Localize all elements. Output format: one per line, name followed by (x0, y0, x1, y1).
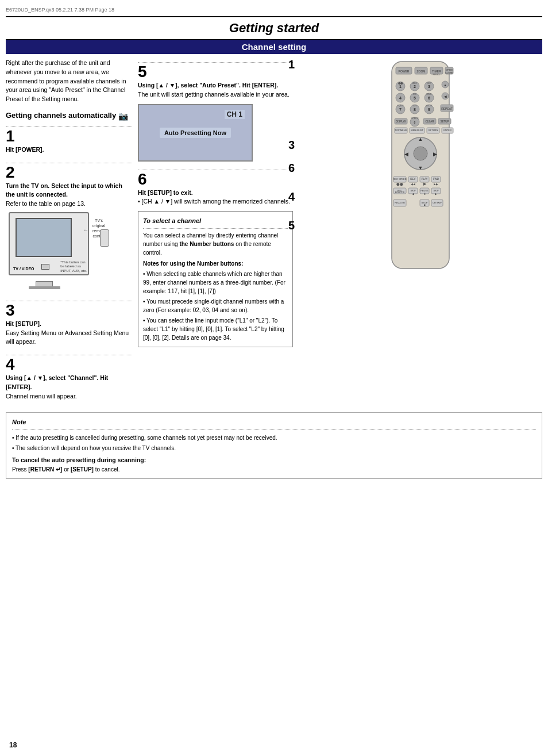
svg-text:▼: ▼ (418, 165, 423, 171)
channel-note-3: • You can select the line input mode ("L… (143, 316, 288, 342)
svg-text:5: 5 (414, 96, 416, 100)
select-text-bold: the Number buttons (179, 241, 234, 247)
svg-text:6: 6 (428, 96, 430, 100)
step-2-normal: Refer to the table on page 13. (6, 200, 86, 207)
svg-text:▶: ▶ (435, 192, 437, 195)
svg-text:REC/OTR: REC/OTR (395, 201, 405, 204)
side-step-1: 1 (288, 59, 295, 70)
step-4-divider (6, 355, 132, 355)
svg-text:TOP MENU: TOP MENU (395, 129, 407, 132)
svg-text:■: ■ (423, 203, 425, 206)
svg-text:ABC: ABC (412, 82, 417, 85)
step-5-normal: The unit will start getting channels ava… (138, 91, 290, 98)
page: E6720UD_ENSP.qx3 05.2.21 7:38 PM Page 18… (0, 0, 548, 756)
step-5-divider (138, 62, 293, 63)
cancel-text: Press [RETURN ↵] or [SETUP] to cancel. (12, 465, 536, 474)
tv-diagram-wrapper: TV / VIDEO *This button canbe labeled as… (6, 212, 109, 293)
note-box: Note • If the auto presetting is cancell… (6, 412, 542, 478)
col-right: 1 3 6 4 5 POWER ZOOM TIMER PROG. (299, 59, 542, 405)
step-2-desc: Turn the TV on. Select the input to whic… (6, 182, 132, 209)
note-title: Note (12, 417, 536, 427)
step-2-divider (6, 163, 132, 163)
notes-title: Notes for using the Number buttons: (143, 259, 288, 268)
svg-text:◀: ◀ (404, 151, 408, 157)
svg-text:◀◀: ◀◀ (411, 182, 415, 186)
tv-button (41, 264, 49, 270)
svg-text:◀: ◀ (412, 192, 414, 195)
svg-text:9: 9 (428, 108, 430, 112)
step-1-divider (6, 126, 132, 127)
svg-text:SETUP: SETUP (440, 120, 449, 123)
svg-text:PQRS: PQRS (397, 104, 404, 107)
svg-text:MENU/LIST: MENU/LIST (411, 129, 423, 132)
step-3: 3 Hit [SETUP]. Easy Setting Menu or Adva… (6, 297, 132, 347)
step-1-desc: Hit [POWER]. (6, 145, 132, 155)
step-6-divider (138, 170, 293, 170)
svg-text:▶▶: ▶▶ (434, 182, 438, 186)
step-4-desc: Using [▲ / ▼], select "Channel". Hit [EN… (6, 374, 132, 401)
svg-text:⏸: ⏸ (423, 192, 426, 195)
svg-text:CLEAR: CLEAR (425, 120, 434, 123)
side-step-5: 5 (288, 220, 295, 231)
channel-screen: CH 1 Auto Presetting Now (138, 104, 253, 162)
svg-text:7: 7 (399, 108, 402, 112)
col-left: Right after the purchase of the unit and… (6, 59, 132, 405)
svg-text:1: 1 (399, 85, 402, 89)
svg-text:3: 3 (428, 85, 430, 89)
svg-text:POWER: POWER (399, 70, 410, 73)
main-title: Getting started (6, 16, 542, 40)
getting-channels-heading: Getting channels automatically 📷 (6, 111, 132, 121)
step-3-divider (6, 301, 132, 301)
svg-text:FWD: FWD (433, 178, 439, 181)
svg-text:DISPLAY: DISPLAY (396, 120, 407, 123)
tv-video-label: TV / VIDEO (13, 267, 34, 271)
step-2: 2 Turn the TV on. Select the input to wh… (6, 159, 132, 293)
svg-text:CLOSE: CLOSE (445, 71, 453, 74)
svg-text:MNO: MNO (426, 93, 431, 95)
svg-text:PROG.: PROG. (433, 73, 441, 76)
section-header: Channel setting (6, 40, 542, 54)
svg-text:TUV: TUV (412, 104, 417, 107)
svg-text:◀: ◀ (444, 95, 447, 98)
step-2-bold: Turn the TV on. Select the input to whic… (6, 182, 122, 198)
step-3-normal: Easy Setting Menu or Advanced Setting Me… (6, 329, 129, 346)
page-number: 18 (9, 741, 17, 749)
svg-text:WXYZ: WXYZ (426, 104, 433, 107)
tv-outer: TV / VIDEO *This button canbe labeled as… (9, 212, 89, 275)
svg-text:PLAY: PLAY (421, 178, 427, 181)
remote-graphic-area: 1 3 6 4 5 POWER ZOOM TIMER PROG. (299, 59, 542, 277)
intro-text: Right after the purchase of the unit and… (6, 59, 132, 104)
step-3-desc: Hit [SETUP]. Easy Setting Menu or Advanc… (6, 320, 132, 347)
side-step-3: 3 (288, 139, 295, 151)
svg-text:CH SKIP: CH SKIP (433, 201, 442, 204)
step-4-bold: Using [▲ / ▼], select "Channel". Hit [EN… (6, 374, 108, 390)
svg-text:REPEAT: REPEAT (441, 107, 453, 110)
svg-text:ENTER: ENTER (443, 129, 451, 132)
col-middle: 5 Using [▲ / ▼], select "Auto Preset". H… (138, 59, 293, 405)
step-4-normal: Channel menu will appear. (6, 393, 77, 400)
step-1: 1 Hit [POWER]. (6, 123, 132, 155)
select-channel-title: To select a channel (143, 216, 288, 226)
select-channel-text: You can select a channel by directly ent… (143, 231, 288, 257)
svg-text:DEF: DEF (427, 82, 432, 85)
svg-text:4: 4 (399, 96, 402, 100)
svg-text:⬤⬤: ⬤⬤ (398, 82, 403, 85)
note-bullet-1: • If the auto presetting is cancelled du… (12, 433, 536, 442)
step-6-number: 6 (138, 171, 293, 187)
svg-text:2: 2 (414, 85, 416, 89)
svg-point-62 (414, 147, 427, 160)
tv-note: *This button canbe labeled asINPUT, AUX,… (60, 260, 87, 273)
tv-screen (16, 218, 72, 257)
select-channel-box: To select a channel You can select a cha… (138, 211, 293, 347)
step-1-number: 1 (6, 128, 132, 144)
side-step-4: 4 (288, 191, 295, 202)
svg-text:SPACE: SPACE (411, 117, 419, 120)
svg-text:ZOOM: ZOOM (417, 70, 426, 73)
camera-icon: 📷 (118, 112, 128, 121)
svg-text:JKL: JKL (413, 93, 418, 95)
step-5-bold: Using [▲ / ▼], select "Auto Preset". Hit… (138, 82, 278, 89)
step-5-desc: Using [▲ / ▼], select "Auto Preset". Hit… (138, 81, 293, 99)
step-5-number: 5 (138, 64, 293, 80)
remote-icon (100, 229, 109, 247)
step-2-number: 2 (6, 164, 132, 181)
